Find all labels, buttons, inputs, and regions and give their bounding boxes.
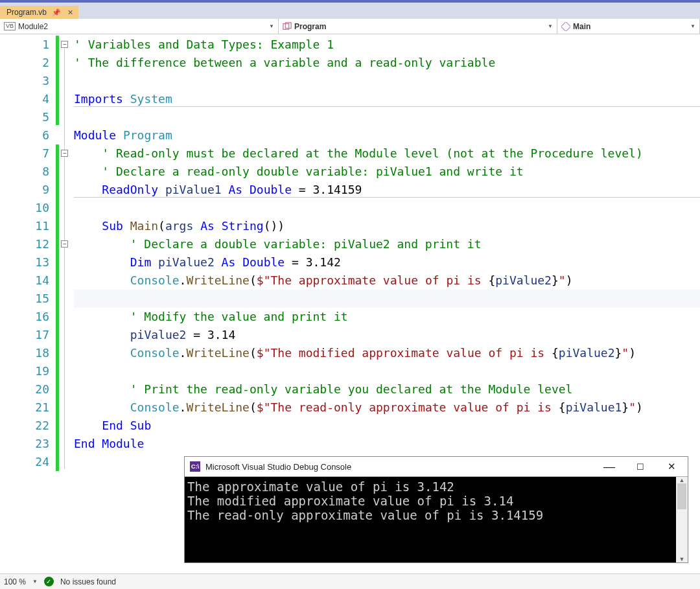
chevron-down-icon[interactable]: ▼ [32, 579, 38, 584]
scroll-down-icon[interactable]: ▼ [676, 556, 688, 562]
issues-label[interactable]: No issues found [60, 577, 116, 586]
console-titlebar[interactable]: C:\ Microsoft Visual Studio Debug Consol… [185, 457, 688, 476]
status-bar: 100 % ▼ ✓ No issues found [0, 573, 700, 589]
fold-toggle[interactable]: − [61, 240, 68, 248]
chevron-down-icon: ▼ [548, 23, 553, 29]
maximize-icon[interactable]: ☐ [629, 462, 651, 472]
member-label: Main [573, 22, 590, 31]
scope-dropdown[interactable]: VB Module2 ▼ [0, 19, 279, 34]
zoom-level[interactable]: 100 % [4, 577, 26, 586]
close-icon[interactable]: ✕ [660, 461, 682, 472]
pin-icon[interactable]: 📌 [52, 8, 61, 17]
scrollbar-thumb[interactable] [677, 483, 686, 509]
type-label: Program [294, 22, 326, 31]
method-icon [561, 22, 570, 31]
fold-toggle[interactable]: − [61, 41, 68, 48]
console-title: Microsoft Visual Studio Debug Console [205, 462, 351, 472]
chevron-down-icon: ▼ [269, 23, 274, 29]
minimize-icon[interactable]: — [598, 460, 620, 474]
member-dropdown[interactable]: Main ▼ [557, 19, 700, 34]
vb-icon: VB [4, 22, 16, 30]
type-dropdown[interactable]: Program ▼ [279, 19, 557, 34]
console-output[interactable]: The approximate value of pi is 3.142 The… [185, 477, 676, 562]
check-icon: ✓ [44, 577, 54, 586]
vs-icon: C:\ [190, 461, 200, 472]
debug-console-window[interactable]: C:\ Microsoft Visual Studio Debug Consol… [184, 456, 688, 563]
close-icon[interactable]: ✕ [66, 8, 73, 17]
markers-gutter: − − − [56, 34, 74, 573]
tab-label: Program.vb [6, 8, 47, 17]
svg-rect-2 [561, 22, 570, 31]
line-gutter: 123456789101112131415161718192021222324 [0, 34, 56, 573]
tab-bar: Program.vb 📌 ✕ [0, 3, 700, 19]
context-navbar: VB Module2 ▼ Program ▼ Main ▼ [0, 19, 700, 34]
chevron-down-icon: ▼ [690, 23, 695, 29]
module-icon [283, 22, 292, 31]
scroll-up-icon[interactable]: ▲ [676, 477, 688, 483]
console-scrollbar[interactable]: ▲ ▼ [676, 477, 688, 562]
scope-label: Module2 [18, 22, 48, 31]
fold-toggle[interactable]: − [61, 150, 68, 157]
file-tab[interactable]: Program.vb 📌 ✕ [0, 6, 78, 19]
